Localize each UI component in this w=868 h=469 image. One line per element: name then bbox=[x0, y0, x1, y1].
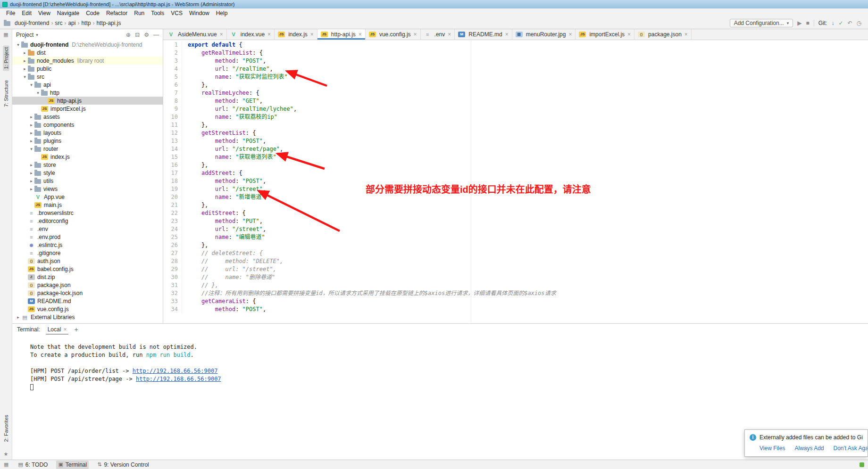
menu-navigate[interactable]: Navigate bbox=[54, 10, 83, 16]
code-line[interactable]: 8 method: "GET", bbox=[163, 97, 868, 105]
tree-item-env-prod[interactable]: ≡.env.prod bbox=[12, 233, 163, 241]
breadcrumb-src[interactable]: src bbox=[53, 20, 64, 26]
chevron-right-icon[interactable]: ▸ bbox=[28, 187, 34, 191]
tree-item-app-vue[interactable]: VApp.vue bbox=[12, 193, 163, 201]
editor-tab-vue-config-js[interactable]: JSvue.config.js× bbox=[366, 29, 421, 40]
chevron-right-icon[interactable]: ▸ bbox=[28, 115, 34, 119]
code-line[interactable]: 28 // method: "DELETE", bbox=[163, 257, 868, 265]
git-revert-icon[interactable]: ↶ bbox=[847, 20, 852, 26]
tree-item-babel-config-js[interactable]: JSbabel.config.js bbox=[12, 265, 163, 273]
tree-item-views[interactable]: ▸views bbox=[12, 185, 163, 193]
code-line[interactable]: 25 name: "编辑巷道" bbox=[163, 233, 868, 241]
code-line[interactable]: 4 url: "/realTime", bbox=[163, 65, 868, 73]
project-tool-button[interactable]: 1: Project bbox=[3, 45, 9, 71]
line-number[interactable]: 7 bbox=[163, 89, 182, 97]
tree-item-assets[interactable]: ▸assets bbox=[12, 113, 163, 121]
menu-code[interactable]: Code bbox=[83, 10, 103, 16]
line-number[interactable]: 19 bbox=[163, 185, 182, 193]
notification-action-always-add[interactable]: Always Add bbox=[794, 445, 824, 452]
menu-help[interactable]: Help bbox=[213, 10, 231, 16]
tree-item-browserslistrc[interactable]: ≡.browserslistrc bbox=[12, 209, 163, 217]
code-editor[interactable]: 1export default {2 getRealTimeList: {3 m… bbox=[163, 40, 868, 323]
close-tab-icon[interactable]: × bbox=[684, 31, 688, 38]
code-line[interactable]: 1export default { bbox=[163, 41, 868, 49]
chevron-down-icon[interactable]: ▾ bbox=[15, 42, 21, 47]
line-number[interactable]: 11 bbox=[163, 121, 182, 129]
tree-item-gitignore[interactable]: ≡.gitignore bbox=[12, 249, 163, 257]
code-line[interactable]: 3 method: "POST", bbox=[163, 57, 868, 65]
tree-item-plugins[interactable]: ▸plugins bbox=[12, 137, 163, 145]
line-number[interactable]: 5 bbox=[163, 73, 182, 81]
tree-item-api[interactable]: ▾api bbox=[12, 81, 163, 89]
tree-item-dist[interactable]: ▸dist bbox=[12, 49, 163, 57]
terminal-link[interactable]: http://192.168.66.56:9007 bbox=[136, 376, 221, 382]
chevron-right-icon[interactable]: ▸ bbox=[28, 131, 34, 135]
breadcrumb-http-api-js[interactable]: http-api.js bbox=[95, 20, 122, 26]
close-tab-icon[interactable]: × bbox=[505, 31, 509, 38]
close-tab-icon[interactable]: × bbox=[448, 31, 451, 38]
chevron-right-icon[interactable]: ▸ bbox=[28, 123, 34, 127]
collapse-all-icon[interactable]: ⊟ bbox=[135, 32, 140, 38]
editor-tab-index-vue[interactable]: Vindex.vue× bbox=[227, 29, 275, 40]
notification-action-view-files[interactable]: View Files bbox=[760, 445, 785, 452]
chevron-down-icon[interactable]: ▾ bbox=[22, 74, 28, 79]
structure-tool-button[interactable]: 7: Structure bbox=[3, 78, 9, 109]
tree-item-package-lock-json[interactable]: {}package-lock.json bbox=[12, 289, 163, 297]
run-icon[interactable]: ▶ bbox=[797, 20, 801, 26]
code-line[interactable]: 34 method: "POST", bbox=[163, 305, 868, 313]
menu-window[interactable]: Window bbox=[186, 10, 213, 16]
tree-item-vue-config-js[interactable]: JSvue.config.js bbox=[12, 305, 163, 313]
line-number[interactable]: 23 bbox=[163, 217, 182, 225]
statusbar-9-version-control[interactable]: ⇅9: Version Control bbox=[95, 461, 151, 469]
line-number[interactable]: 31 bbox=[163, 281, 182, 289]
statusbar-terminal[interactable]: ▣Terminal bbox=[56, 461, 89, 469]
line-number[interactable]: 13 bbox=[163, 137, 182, 145]
terminal-output[interactable]: Note that the development build is not o… bbox=[12, 335, 868, 460]
chevron-right-icon[interactable]: ▸ bbox=[15, 315, 21, 320]
code-line[interactable]: 5 name: "获取实时监控列表" bbox=[163, 73, 868, 81]
menu-vcs[interactable]: VCS bbox=[167, 10, 186, 16]
tree-item-public[interactable]: ▸public bbox=[12, 65, 163, 73]
line-number[interactable]: 8 bbox=[163, 97, 182, 105]
line-number[interactable]: 21 bbox=[163, 201, 182, 209]
line-number[interactable]: 22 bbox=[163, 209, 182, 217]
hide-panel-icon[interactable]: — bbox=[153, 32, 159, 38]
tool-window-grid-icon[interactable]: ▦ bbox=[3, 32, 8, 38]
tree-item-external-libraries[interactable]: ▸▤External Libraries bbox=[12, 313, 163, 321]
line-number[interactable]: 12 bbox=[163, 129, 182, 137]
chevron-right-icon[interactable]: ▸ bbox=[22, 58, 28, 63]
tree-item-main-js[interactable]: JSmain.js bbox=[12, 201, 163, 209]
line-number[interactable]: 18 bbox=[163, 177, 182, 185]
code-line[interactable]: 2 getRealTimeList: { bbox=[163, 49, 868, 57]
code-line[interactable]: 14 url: "/street/page", bbox=[163, 145, 868, 153]
tool-window-switcher-icon[interactable]: ▦ bbox=[4, 461, 8, 468]
code-line[interactable]: 26 }, bbox=[163, 241, 868, 249]
code-line[interactable]: 7 realTimeLychee: { bbox=[163, 89, 868, 97]
close-tab-icon[interactable]: × bbox=[359, 31, 362, 38]
code-line[interactable]: 13 method: "POST", bbox=[163, 137, 868, 145]
tree-item-editorconfig[interactable]: ≡.editorconfig bbox=[12, 217, 163, 225]
line-number[interactable]: 1 bbox=[163, 41, 182, 49]
chevron-down-icon[interactable]: ▾ bbox=[35, 91, 41, 95]
tree-item-package-json[interactable]: {}package.json bbox=[12, 281, 163, 289]
line-number[interactable]: 28 bbox=[163, 257, 182, 265]
tree-item-eslintrc-js[interactable]: ◉.eslintrc.js bbox=[12, 241, 163, 249]
tree-item-layouts[interactable]: ▸layouts bbox=[12, 129, 163, 137]
close-tab-icon[interactable]: × bbox=[267, 31, 271, 38]
git-commit-icon[interactable]: ✓ bbox=[838, 20, 843, 26]
line-number[interactable]: 30 bbox=[163, 273, 182, 281]
chevron-right-icon[interactable]: ▸ bbox=[22, 50, 28, 55]
editor-tab-package-json[interactable]: {}package.json× bbox=[634, 29, 692, 40]
line-number[interactable]: 34 bbox=[163, 305, 182, 313]
editor-tab-menurouter-jpg[interactable]: ▨menuRouter.jpg× bbox=[512, 29, 576, 40]
tree-item-index-js[interactable]: JSindex.js bbox=[12, 153, 163, 161]
notification-action-don-t-ask-agai[interactable]: Don't Ask Agai bbox=[834, 445, 868, 452]
tree-item-auth-json[interactable]: {}auth.json bbox=[12, 257, 163, 265]
chevron-down-icon[interactable]: ▾ bbox=[36, 33, 38, 37]
chevron-right-icon[interactable]: ▸ bbox=[28, 171, 34, 175]
code-line[interactable]: 33 getCameraList: { bbox=[163, 297, 868, 305]
tree-item-readme-md[interactable]: MREADME.md bbox=[12, 297, 163, 305]
code-line[interactable]: 22 editStreet: { bbox=[163, 209, 868, 217]
close-tab-icon[interactable]: × bbox=[220, 31, 223, 38]
line-number[interactable]: 27 bbox=[163, 249, 182, 257]
